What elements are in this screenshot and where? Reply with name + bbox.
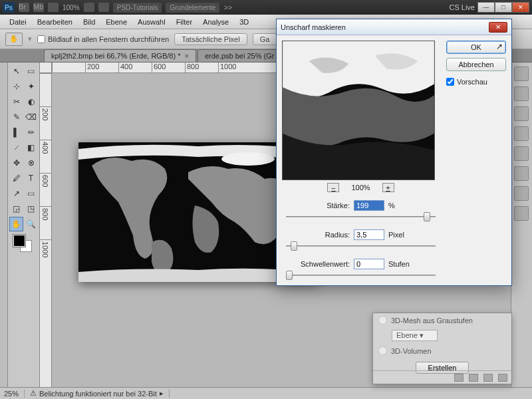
minibridge-icon[interactable]: Mb — [33, 3, 44, 12]
document-tab-label: erde.psb bei 25% (Gr — [205, 52, 275, 60]
volume-radio[interactable] — [378, 346, 387, 355]
scroll-all-label: Bildlauf in allen Fenstern durchführen — [48, 35, 169, 43]
threshold-input[interactable] — [354, 259, 384, 269]
status-zoom[interactable]: 25% — [4, 390, 25, 398]
magic-wand-tool[interactable]: ✦ — [24, 79, 38, 94]
color-swatches[interactable] — [9, 232, 38, 253]
panel-foot-icon[interactable] — [483, 374, 493, 382]
ruler-corner — [40, 63, 52, 73]
menu-bild[interactable]: Bild — [78, 15, 100, 29]
preview-checkbox[interactable]: Vorschau — [446, 78, 506, 86]
toolbox: ↖ ▭ ⊹ ✦ ✂ ◐ ✎ ⌫ ▌ ✏ ⟋ ◧ ✥ ⊗ 🖉 T ↗ ▭ ◲ ◳ … — [8, 63, 40, 387]
threshold-label: Schwellenwert: — [282, 260, 350, 268]
ruler-vertical: 2004006008001000 — [40, 73, 52, 387]
panel-icon[interactable] — [514, 146, 529, 161]
scroll-all-checkbox[interactable]: Bildlauf in allen Fenstern durchführen — [37, 35, 169, 43]
document-tab-1[interactable]: kplj2th2.bmp bei 66,7% (Erde, RGB/8) *× — [44, 49, 196, 62]
move-tool[interactable]: ↖ — [9, 64, 23, 78]
zoom-out-button[interactable]: – — [327, 183, 339, 192]
healing-tool[interactable]: ✎ — [9, 110, 23, 124]
panel-icon[interactable] — [514, 66, 529, 81]
cs-live[interactable]: CS Live — [449, 3, 475, 11]
workspace-tab-1[interactable]: PSD-Tutorials — [113, 3, 162, 13]
pen-tool[interactable]: 🖉 — [9, 171, 23, 186]
brush-tool[interactable]: ⌫ — [24, 110, 38, 124]
panel-icon[interactable] — [514, 206, 529, 221]
source-select[interactable]: Ebene ▾ — [392, 330, 438, 341]
lasso-tool[interactable]: ⊹ — [9, 79, 23, 94]
threshold-slider[interactable] — [286, 271, 436, 280]
preview-checkbox-input[interactable] — [446, 78, 454, 86]
menu-analyse[interactable]: Analyse — [198, 15, 234, 29]
zoom-tool[interactable]: 🔍 — [24, 217, 38, 231]
panel-icon[interactable] — [514, 126, 529, 141]
window-chrome: Ps Br Mb 100% PSD-Tutorials Grundelement… — [0, 0, 532, 15]
strength-input[interactable] — [354, 200, 384, 211]
current-tool-icon[interactable]: ✋ — [5, 33, 23, 46]
bridge-icon[interactable]: Br — [19, 3, 29, 12]
zoom-in-button[interactable]: + — [382, 183, 394, 192]
app-close-button[interactable]: ✕ — [512, 2, 529, 13]
dialog-unsharp-mask[interactable]: Unscharf maskieren ✕ – 100% + Stä — [276, 19, 512, 286]
app-minimize-button[interactable]: — — [477, 2, 495, 13]
menu-auswahl[interactable]: Auswahl — [132, 15, 171, 29]
hand-tool[interactable]: ✋ — [9, 217, 23, 231]
foreground-swatch[interactable] — [13, 235, 25, 247]
crop-tool[interactable]: ✂ — [9, 94, 23, 109]
screen-mode-icon[interactable] — [98, 3, 109, 12]
eyedropper-tool[interactable]: ◐ — [24, 94, 38, 109]
stamp-tool[interactable]: ▌ — [9, 125, 23, 140]
panel-foot-icon[interactable] — [454, 374, 464, 382]
camera-tool[interactable]: ◳ — [24, 201, 38, 216]
panel-foot-icon[interactable] — [469, 374, 478, 382]
workspace-tab-2[interactable]: Grundelemente — [166, 3, 219, 13]
trash-icon[interactable] — [498, 374, 507, 382]
eraser-tool[interactable]: ⟋ — [9, 140, 23, 155]
left-strip — [0, 63, 8, 387]
ok-button[interactable]: OK — [446, 41, 506, 54]
marquee-tool[interactable]: ▭ — [24, 64, 38, 78]
workspace-more[interactable]: >> — [223, 3, 232, 11]
close-icon[interactable]: × — [184, 52, 188, 60]
dialog-preview[interactable] — [282, 41, 435, 180]
blur-tool[interactable]: ✥ — [9, 156, 23, 170]
menu-ebene[interactable]: Ebene — [100, 15, 132, 29]
panel-3d[interactable]: 3D-Mesh aus Graustufen Ebene ▾ 3D-Volume… — [372, 313, 512, 384]
strength-unit: % — [388, 201, 395, 209]
scroll-all-input[interactable] — [37, 35, 45, 43]
cancel-button[interactable]: Abbrechen — [446, 58, 506, 71]
panel-icon[interactable] — [514, 86, 529, 101]
threshold-unit: Stufen — [388, 260, 410, 268]
dodge-tool[interactable]: ⊗ — [24, 156, 38, 170]
panel-icon[interactable] — [514, 106, 529, 121]
menu-datei[interactable]: Datei — [4, 15, 32, 29]
header-zoom[interactable]: 100% — [63, 4, 80, 11]
app-maximize-button[interactable]: □ — [495, 2, 512, 13]
right-panel-dock — [511, 63, 532, 387]
panel-icon[interactable] — [514, 166, 529, 181]
radius-label: Radius: — [282, 231, 350, 239]
dialog-title: Unscharf maskieren — [281, 23, 346, 31]
menu-filter[interactable]: Filter — [171, 15, 198, 29]
path-select-tool[interactable]: ↗ — [9, 186, 23, 201]
mesh-radio[interactable] — [378, 316, 387, 325]
dialog-close-button[interactable]: ✕ — [489, 22, 507, 33]
menu-bearbeiten[interactable]: Bearbeiten — [32, 15, 78, 29]
panel-icon[interactable] — [514, 186, 529, 201]
history-brush-tool[interactable]: ✏ — [24, 125, 38, 140]
fit-screen-button[interactable]: Ga — [253, 33, 277, 45]
view-icon[interactable] — [84, 3, 94, 12]
volume-label: 3D-Volumen — [391, 347, 432, 355]
menu-3d[interactable]: 3D — [234, 15, 254, 29]
gradient-tool[interactable]: ◧ — [24, 140, 38, 155]
strength-slider[interactable] — [286, 212, 436, 221]
actual-pixels-button[interactable]: Tatsächliche Pixel — [174, 33, 247, 45]
type-tool[interactable]: T — [24, 171, 38, 186]
layout-icon[interactable] — [48, 3, 59, 12]
radius-input[interactable] — [354, 229, 384, 240]
3d-tool[interactable]: ◲ — [9, 201, 23, 216]
radius-slider[interactable] — [286, 241, 436, 251]
dialog-titlebar[interactable]: Unscharf maskieren ✕ — [277, 19, 511, 35]
strength-label: Stärke: — [282, 201, 350, 209]
shape-tool[interactable]: ▭ — [24, 186, 38, 201]
